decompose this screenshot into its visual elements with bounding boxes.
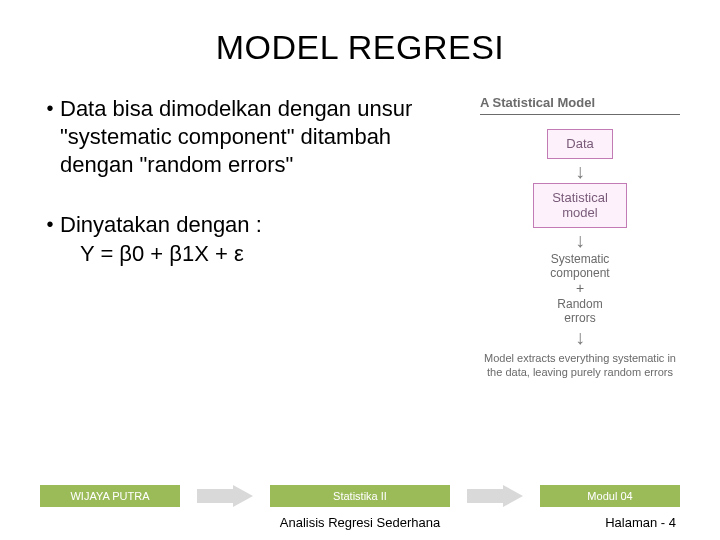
bullet-text: Data bisa dimodelkan dengan unsur "syste…	[60, 95, 462, 179]
equation: Y = β0 + β1X + ε	[60, 241, 244, 266]
bullet-item: • Data bisa dimodelkan dengan unsur "sys…	[40, 95, 462, 179]
diagram-body: Data ↓ Statistical model ↓ Systematic co…	[480, 129, 680, 379]
arrow-down-icon: ↓	[575, 327, 585, 347]
diagram-panel: A Statistical Model Data ↓ Statistical m…	[480, 95, 680, 379]
spacer	[44, 515, 164, 530]
diagram-caption: Model extracts everything systematic in …	[480, 351, 680, 380]
diagram-line: component	[550, 266, 609, 280]
diagram-line: errors	[564, 311, 595, 325]
content-row: • Data bisa dimodelkan dengan unsur "sys…	[40, 95, 680, 379]
svg-marker-0	[197, 485, 253, 507]
bottom-row: Analisis Regresi Sederhana Halaman - 4	[40, 515, 680, 530]
arrow-down-icon: ↓	[575, 161, 585, 181]
tag-row: WIJAYA PUTRA Statistika II Modul 04	[40, 485, 680, 507]
chevron-right-icon	[467, 485, 523, 507]
arrow-down-icon: ↓	[575, 230, 585, 250]
tag-module: Modul 04	[540, 485, 680, 507]
slide-title: MODEL REGRESI	[40, 28, 680, 67]
bullet-text: Dinyatakan dengan : Y = β0 + β1X + ε	[60, 211, 462, 267]
chevron-right-icon	[197, 485, 253, 507]
slide-footer: WIJAYA PUTRA Statistika II Modul 04 Anal…	[0, 485, 720, 540]
bullet-marker: •	[40, 95, 60, 179]
slide: MODEL REGRESI • Data bisa dimodelkan den…	[0, 0, 720, 540]
bullet-marker: •	[40, 211, 60, 267]
page-number: Halaman - 4	[556, 515, 676, 530]
tag-course: Statistika II	[270, 485, 450, 507]
diagram-box-data: Data	[547, 129, 612, 159]
bullet-list: • Data bisa dimodelkan dengan unsur "sys…	[40, 95, 462, 379]
tag-institution: WIJAYA PUTRA	[40, 485, 180, 507]
diagram-box-model: Statistical model	[533, 183, 627, 228]
svg-marker-1	[467, 485, 523, 507]
bullet-item: • Dinyatakan dengan : Y = β0 + β1X + ε	[40, 211, 462, 267]
diagram-line: Systematic	[551, 252, 610, 266]
footer-subtitle: Analisis Regresi Sederhana	[164, 515, 556, 530]
diagram-line: Random	[557, 297, 602, 311]
bullet-line: Dinyatakan dengan :	[60, 212, 262, 237]
diagram-heading: A Statistical Model	[480, 95, 680, 115]
plus-icon: +	[576, 280, 584, 297]
